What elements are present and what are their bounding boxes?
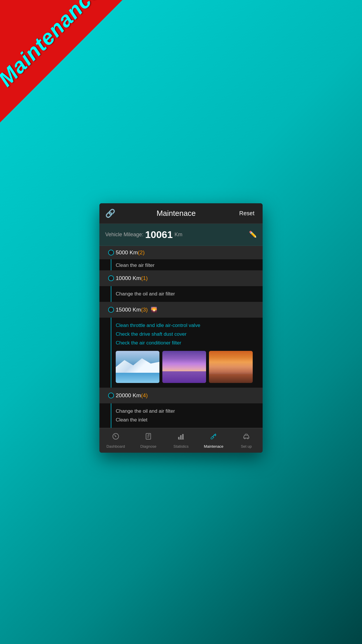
banner-text: Maintenance [0, 0, 105, 91]
reset-button[interactable]: Reset [237, 209, 257, 218]
timeline-item-15000: 15000 Km (3) 🌄 Clean throttle and idle a… [99, 302, 263, 388]
timeline-header-10000[interactable]: 10000 Km (1) [99, 270, 263, 286]
wrench-icon [210, 432, 218, 442]
nav-item-maintenace[interactable]: Maintenace [197, 428, 230, 453]
timeline-task: Change the oil and air filter [116, 290, 257, 298]
timeline-km-5000: 5000 Km [116, 249, 138, 256]
diagnose-icon [144, 432, 152, 442]
timeline-km-15000: 15000 Km [116, 307, 141, 313]
app-header: 🔗 Maintenace Reset [99, 203, 263, 224]
images-row [116, 347, 257, 384]
timeline: 5000 Km (2) Clean the air filter 10000 K… [99, 246, 263, 428]
timeline-count-15000: (3) [141, 307, 148, 313]
photo-icon: 🌄 [151, 307, 157, 313]
timeline-dot-5000 [108, 250, 114, 256]
svg-point-0 [115, 436, 116, 437]
nav-item-dashboard[interactable]: Dashboard [99, 428, 132, 453]
mileage-edit-button[interactable]: ✏️ [249, 231, 257, 238]
timeline-km-20000: 20000 Km [116, 392, 141, 399]
dashboard-icon [112, 432, 120, 442]
mileage-info: Vehicle Mileage: 10061 Km [105, 229, 182, 240]
header-title: Maintenace [157, 209, 196, 218]
mileage-value: 10061 [145, 229, 173, 240]
nav-label-diagnose: Diagnose [140, 444, 157, 449]
svg-rect-2 [178, 437, 180, 439]
bottom-nav: Dashboard Diagnose Statis [99, 428, 263, 453]
timeline-content-20000: Change the oil and air filter Clean the … [99, 403, 263, 428]
mileage-label: Vehicle Mileage: [105, 232, 143, 238]
timeline-task-inlet: Clean the inlet [116, 416, 257, 424]
nav-item-statistics[interactable]: Statistics [165, 428, 197, 453]
nav-item-diagnose[interactable]: Diagnose [132, 428, 165, 453]
maintenance-banner: Maintenance [0, 0, 122, 123]
timeline-header-20000[interactable]: 20000 Km (4) [99, 388, 263, 403]
timeline-item-5000: 5000 Km (2) Clean the air filter [99, 246, 263, 270]
mileage-unit: Km [175, 232, 182, 238]
mileage-bar: Vehicle Mileage: 10061 Km ✏️ [99, 224, 263, 246]
timeline-content-15000: Clean throttle and idle air-control valv… [99, 318, 263, 388]
timeline-item-10000: 10000 Km (1) Change the oil and air filt… [99, 270, 263, 302]
timeline-content-10000: Change the oil and air filter [99, 286, 263, 302]
car-icon [242, 432, 250, 442]
nav-label-maintenace: Maintenace [204, 444, 223, 449]
timeline-count-20000: (4) [141, 392, 148, 399]
thumbnail-purple-sunset[interactable] [162, 351, 206, 383]
nav-label-dashboard: Dashboard [106, 444, 125, 449]
timeline-header-5000[interactable]: 5000 Km (2) [99, 246, 263, 259]
timeline-km-10000: 10000 Km [116, 275, 141, 281]
link-icon: 🔗 [105, 209, 115, 218]
timeline-task-airconditioner: Check the air conditioner filter [116, 339, 257, 347]
timeline-task: Clean the air filter [116, 261, 257, 270]
app-panel: 🔗 Maintenace Reset Vehicle Mileage: 1006… [99, 203, 263, 453]
thumbnail-mountain[interactable] [116, 351, 159, 383]
statistics-icon [177, 432, 185, 442]
timeline-task-oil: Change the oil and air filter [116, 407, 257, 416]
timeline-count-5000: (2) [138, 249, 145, 256]
timeline-header-15000[interactable]: 15000 Km (3) 🌄 [99, 302, 263, 318]
timeline-task-driveshaft: Check the drive shaft dust cover [116, 330, 257, 339]
svg-rect-4 [182, 434, 184, 439]
thumbnail-pier-sunset[interactable] [209, 351, 253, 383]
timeline-dot-10000 [108, 275, 114, 281]
timeline-count-10000: (1) [141, 275, 148, 281]
timeline-item-20000: 20000 Km (4) Change the oil and air filt… [99, 388, 263, 428]
timeline-content-5000: Clean the air filter [99, 259, 263, 270]
svg-rect-3 [180, 435, 182, 439]
nav-label-setup: Set up [241, 444, 252, 449]
timeline-dot-15000 [108, 307, 114, 313]
timeline-task-throttle: Clean throttle and idle air-control valv… [116, 321, 257, 330]
nav-label-statistics: Statistics [173, 444, 189, 449]
timeline-dot-20000 [108, 393, 114, 398]
nav-item-setup[interactable]: Set up [230, 428, 263, 453]
